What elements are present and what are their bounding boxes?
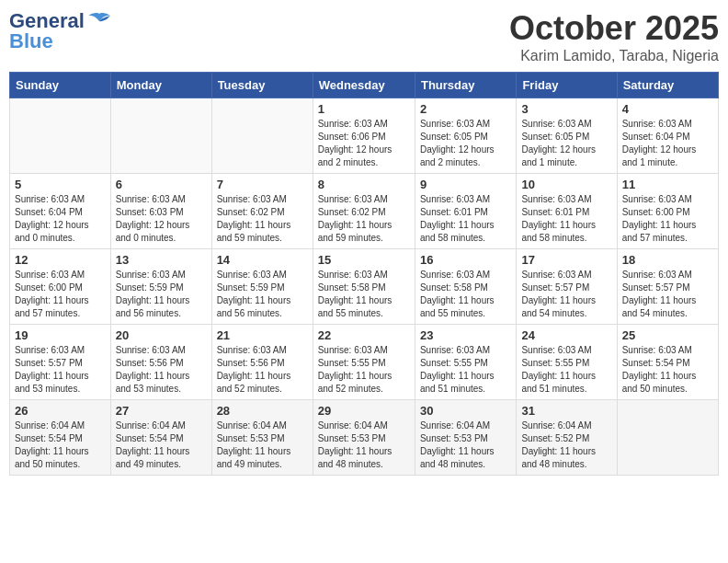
- calendar-day-cell: 19Sunrise: 6:03 AM Sunset: 5:57 PM Dayli…: [10, 325, 111, 400]
- day-number: 24: [521, 328, 611, 342]
- day-number: 29: [318, 404, 410, 418]
- calendar-day-cell: 9Sunrise: 6:03 AM Sunset: 6:01 PM Daylig…: [415, 174, 516, 249]
- calendar-day-cell: 29Sunrise: 6:04 AM Sunset: 5:53 PM Dayli…: [313, 400, 415, 476]
- calendar-day-cell: 12Sunrise: 6:03 AM Sunset: 6:00 PM Dayli…: [10, 249, 111, 325]
- calendar-day-cell: 1Sunrise: 6:03 AM Sunset: 6:06 PM Daylig…: [313, 98, 415, 174]
- day-number: 28: [217, 404, 308, 418]
- day-number: 30: [420, 404, 511, 418]
- calendar-day-cell: 5Sunrise: 6:03 AM Sunset: 6:04 PM Daylig…: [10, 174, 111, 249]
- day-info: Sunrise: 6:04 AM Sunset: 5:53 PM Dayligh…: [318, 419, 410, 471]
- day-number: 8: [318, 178, 410, 191]
- col-header-sunday: Sunday: [10, 73, 111, 98]
- day-info: Sunrise: 6:03 AM Sunset: 5:55 PM Dayligh…: [318, 344, 410, 396]
- calendar-day-cell: 3Sunrise: 6:03 AM Sunset: 6:05 PM Daylig…: [517, 98, 617, 174]
- calendar-table: SundayMondayTuesdayWednesdayThursdayFrid…: [9, 72, 719, 476]
- col-header-monday: Monday: [110, 73, 211, 98]
- calendar-day-cell: 18Sunrise: 6:03 AM Sunset: 5:57 PM Dayli…: [617, 249, 718, 325]
- day-number: 13: [116, 253, 207, 267]
- day-number: 5: [15, 178, 106, 191]
- day-number: 4: [622, 102, 713, 116]
- day-info: Sunrise: 6:03 AM Sunset: 6:03 PM Dayligh…: [116, 193, 207, 245]
- day-info: Sunrise: 6:03 AM Sunset: 5:59 PM Dayligh…: [217, 269, 308, 320]
- day-info: Sunrise: 6:03 AM Sunset: 6:05 PM Dayligh…: [521, 118, 611, 169]
- calendar-day-cell: 23Sunrise: 6:03 AM Sunset: 5:55 PM Dayli…: [415, 325, 516, 400]
- day-number: 3: [521, 102, 611, 116]
- day-info: Sunrise: 6:03 AM Sunset: 6:04 PM Dayligh…: [15, 193, 106, 245]
- calendar-day-cell: 2Sunrise: 6:03 AM Sunset: 6:05 PM Daylig…: [415, 98, 516, 174]
- calendar-day-cell: [211, 98, 313, 174]
- calendar-day-cell: [10, 98, 111, 174]
- calendar-week-row: 26Sunrise: 6:04 AM Sunset: 5:54 PM Dayli…: [10, 400, 719, 476]
- calendar-week-row: 12Sunrise: 6:03 AM Sunset: 6:00 PM Dayli…: [10, 249, 719, 325]
- day-info: Sunrise: 6:03 AM Sunset: 6:00 PM Dayligh…: [622, 193, 713, 245]
- day-number: 15: [318, 253, 410, 267]
- calendar-week-row: 19Sunrise: 6:03 AM Sunset: 5:57 PM Dayli…: [10, 325, 719, 400]
- day-number: 23: [420, 328, 511, 342]
- day-info: Sunrise: 6:03 AM Sunset: 5:55 PM Dayligh…: [420, 344, 511, 396]
- day-info: Sunrise: 6:03 AM Sunset: 5:57 PM Dayligh…: [521, 269, 611, 320]
- calendar-day-cell: 20Sunrise: 6:03 AM Sunset: 5:56 PM Dayli…: [110, 325, 211, 400]
- calendar-day-cell: 22Sunrise: 6:03 AM Sunset: 5:55 PM Dayli…: [313, 325, 415, 400]
- day-number: 21: [217, 328, 308, 342]
- calendar-day-cell: 7Sunrise: 6:03 AM Sunset: 6:02 PM Daylig…: [211, 174, 313, 249]
- calendar-day-cell: 15Sunrise: 6:03 AM Sunset: 5:58 PM Dayli…: [313, 249, 415, 325]
- calendar-day-cell: 13Sunrise: 6:03 AM Sunset: 5:59 PM Dayli…: [110, 249, 211, 325]
- day-number: 25: [622, 328, 713, 342]
- logo: General Blue: [9, 9, 112, 53]
- calendar-day-cell: 8Sunrise: 6:03 AM Sunset: 6:02 PM Daylig…: [313, 174, 415, 249]
- day-info: Sunrise: 6:03 AM Sunset: 6:05 PM Dayligh…: [420, 118, 511, 169]
- day-number: 2: [420, 102, 511, 116]
- logo-blue: Blue: [9, 29, 53, 53]
- calendar-day-cell: 14Sunrise: 6:03 AM Sunset: 5:59 PM Dayli…: [211, 249, 313, 325]
- day-number: 1: [318, 102, 410, 116]
- day-number: 18: [622, 253, 713, 267]
- day-info: Sunrise: 6:03 AM Sunset: 5:56 PM Dayligh…: [217, 344, 308, 396]
- calendar-day-cell: [110, 98, 211, 174]
- calendar-week-row: 1Sunrise: 6:03 AM Sunset: 6:06 PM Daylig…: [10, 98, 719, 174]
- day-info: Sunrise: 6:04 AM Sunset: 5:53 PM Dayligh…: [217, 419, 308, 471]
- calendar-day-cell: 21Sunrise: 6:03 AM Sunset: 5:56 PM Dayli…: [211, 325, 313, 400]
- day-info: Sunrise: 6:04 AM Sunset: 5:54 PM Dayligh…: [15, 419, 106, 471]
- day-info: Sunrise: 6:03 AM Sunset: 5:59 PM Dayligh…: [116, 269, 207, 320]
- calendar-day-cell: 25Sunrise: 6:03 AM Sunset: 5:54 PM Dayli…: [617, 325, 718, 400]
- day-info: Sunrise: 6:04 AM Sunset: 5:53 PM Dayligh…: [420, 419, 511, 471]
- day-info: Sunrise: 6:03 AM Sunset: 5:54 PM Dayligh…: [622, 344, 713, 396]
- calendar-day-cell: 26Sunrise: 6:04 AM Sunset: 5:54 PM Dayli…: [10, 400, 111, 476]
- col-header-tuesday: Tuesday: [211, 73, 313, 98]
- day-info: Sunrise: 6:03 AM Sunset: 6:01 PM Dayligh…: [420, 193, 511, 245]
- day-number: 27: [116, 404, 207, 418]
- col-header-friday: Friday: [517, 73, 617, 98]
- page-header: General Blue October 2025 Karim Lamido, …: [9, 9, 719, 64]
- day-number: 22: [318, 328, 410, 342]
- day-number: 9: [420, 178, 511, 191]
- calendar-day-cell: 11Sunrise: 6:03 AM Sunset: 6:00 PM Dayli…: [617, 174, 718, 249]
- calendar-header-row: SundayMondayTuesdayWednesdayThursdayFrid…: [10, 73, 719, 98]
- day-info: Sunrise: 6:03 AM Sunset: 6:00 PM Dayligh…: [15, 269, 106, 320]
- day-number: 20: [116, 328, 207, 342]
- month-year-title: October 2025: [509, 9, 719, 48]
- title-section: October 2025 Karim Lamido, Taraba, Niger…: [509, 9, 719, 64]
- calendar-day-cell: 4Sunrise: 6:03 AM Sunset: 6:04 PM Daylig…: [617, 98, 718, 174]
- calendar-day-cell: 28Sunrise: 6:04 AM Sunset: 5:53 PM Dayli…: [211, 400, 313, 476]
- day-number: 26: [15, 404, 106, 418]
- day-number: 19: [15, 328, 106, 342]
- calendar-day-cell: 31Sunrise: 6:04 AM Sunset: 5:52 PM Dayli…: [517, 400, 617, 476]
- calendar-week-row: 5Sunrise: 6:03 AM Sunset: 6:04 PM Daylig…: [10, 174, 719, 249]
- day-number: 31: [521, 404, 611, 418]
- day-info: Sunrise: 6:03 AM Sunset: 5:57 PM Dayligh…: [622, 269, 713, 320]
- calendar-day-cell: 17Sunrise: 6:03 AM Sunset: 5:57 PM Dayli…: [517, 249, 617, 325]
- day-info: Sunrise: 6:03 AM Sunset: 6:04 PM Dayligh…: [622, 118, 713, 169]
- day-info: Sunrise: 6:03 AM Sunset: 6:02 PM Dayligh…: [217, 193, 308, 245]
- calendar-day-cell: 24Sunrise: 6:03 AM Sunset: 5:55 PM Dayli…: [517, 325, 617, 400]
- day-number: 11: [622, 178, 713, 191]
- day-info: Sunrise: 6:03 AM Sunset: 6:06 PM Dayligh…: [318, 118, 410, 169]
- calendar-day-cell: 16Sunrise: 6:03 AM Sunset: 5:58 PM Dayli…: [415, 249, 516, 325]
- col-header-saturday: Saturday: [617, 73, 718, 98]
- location-subtitle: Karim Lamido, Taraba, Nigeria: [509, 48, 719, 64]
- logo-bird-icon: [86, 12, 112, 30]
- col-header-wednesday: Wednesday: [313, 73, 415, 98]
- day-info: Sunrise: 6:03 AM Sunset: 5:56 PM Dayligh…: [116, 344, 207, 396]
- day-info: Sunrise: 6:03 AM Sunset: 5:55 PM Dayligh…: [521, 344, 611, 396]
- col-header-thursday: Thursday: [415, 73, 516, 98]
- day-info: Sunrise: 6:03 AM Sunset: 5:58 PM Dayligh…: [420, 269, 511, 320]
